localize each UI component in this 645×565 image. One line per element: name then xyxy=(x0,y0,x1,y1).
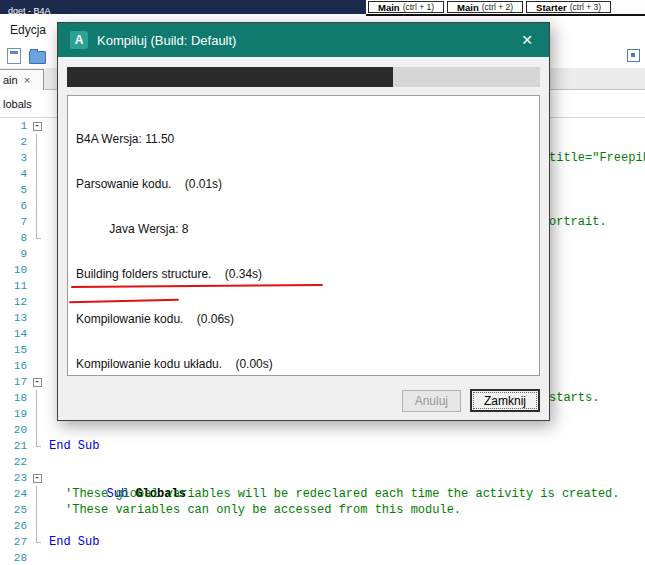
quick-button-label: Main xyxy=(457,2,479,13)
fold-margin xyxy=(30,262,44,278)
line-number: 27 xyxy=(0,536,30,548)
gutter-row: 18 xyxy=(0,390,48,406)
toolbar-right-icon[interactable] xyxy=(627,49,640,62)
line-number: 21 xyxy=(0,440,30,452)
line-number: 4 xyxy=(0,168,30,180)
menu-item-edycja[interactable]: Edycja xyxy=(10,16,46,44)
cancel-button[interactable]: Anuluj xyxy=(402,390,461,412)
gutter-row: 7 xyxy=(0,214,48,230)
tab-label: ain xyxy=(3,74,18,86)
sub-nav-dropdown[interactable]: lobals xyxy=(3,90,32,118)
new-file-icon[interactable] xyxy=(7,48,21,64)
b4a-ide-window: dget - B4A Main (ctrl + 1) Main (ctrl + … xyxy=(0,0,645,565)
progress-fill xyxy=(67,67,393,87)
gutter-row: 16 xyxy=(0,358,48,374)
dialog-close-icon[interactable]: ✕ xyxy=(517,32,537,48)
code-comment-globals-2: 'These variables can only be accessed fr… xyxy=(65,502,461,518)
compile-dialog: A Kompiluj (Build: Default) ✕ B4A Wersja… xyxy=(57,22,550,421)
gutter-row: 3 xyxy=(0,150,48,166)
line-number: 9 xyxy=(0,248,30,260)
line-number: 12 xyxy=(0,296,30,308)
dialog-title: Kompiluj (Build: Default) xyxy=(97,33,236,48)
gutter-row: 21 xyxy=(0,438,48,454)
line-number: 1 xyxy=(0,120,30,132)
line-number: 3 xyxy=(0,152,30,164)
tab-main[interactable]: ain × xyxy=(0,69,44,90)
fold-collapse-icon[interactable]: - xyxy=(33,378,42,387)
fold-margin xyxy=(30,294,44,310)
gutter-row: 24 xyxy=(0,486,48,502)
tab-close-icon[interactable]: × xyxy=(24,74,30,86)
code-comment-starts: starts. xyxy=(549,390,599,406)
compile-log: B4A Wersja: 11.50 Parsowanie kodu. (0.01… xyxy=(67,95,540,376)
log-line: Kompilowanie kodu układu. (0.00s) xyxy=(76,357,531,372)
error-underline-annotation xyxy=(69,299,179,304)
gutter-row: 14 xyxy=(0,326,48,342)
quick-button-shortcut: (ctrl + 3) xyxy=(570,2,601,12)
fold-margin xyxy=(30,310,44,326)
line-number: 24 xyxy=(0,488,30,500)
fold-collapse-icon[interactable]: - xyxy=(33,122,42,131)
fold-line xyxy=(30,214,44,230)
line-number: 10 xyxy=(0,264,30,276)
line-number: 19 xyxy=(0,408,30,420)
line-number: 6 xyxy=(0,200,30,212)
line-number: 8 xyxy=(0,232,30,244)
line-number: 2 xyxy=(0,136,30,148)
close-button[interactable]: Zamknij xyxy=(470,389,540,412)
fold-line xyxy=(30,486,44,502)
fold-line-end xyxy=(30,230,44,246)
line-number: 15 xyxy=(0,344,30,356)
fold-margin: - xyxy=(30,374,44,390)
fold-collapse-icon[interactable]: - xyxy=(33,474,42,483)
line-number: 11 xyxy=(0,280,30,292)
fold-margin: - xyxy=(30,470,44,486)
log-line: Parsowanie kodu. (0.01s) xyxy=(76,177,531,192)
gutter-row: 12 xyxy=(0,294,48,310)
fold-margin xyxy=(30,278,44,294)
code-comment-globals-1: 'These global variables will be redeclar… xyxy=(65,486,620,502)
line-number: 7 xyxy=(0,216,30,228)
line-number: 13 xyxy=(0,312,30,324)
quick-button-shortcut: (ctrl + 1) xyxy=(403,2,434,12)
gutter-row: 17- xyxy=(0,374,48,390)
gutter-row: 9 xyxy=(0,246,48,262)
fold-line xyxy=(30,134,44,150)
gutter-row: 23- xyxy=(0,470,48,486)
quick-button-main-2[interactable]: Main (ctrl + 2) xyxy=(447,1,523,13)
gutter-row: 22 xyxy=(0,454,48,470)
code-end-sub: End Sub xyxy=(49,438,99,454)
log-line: B4A Wersja: 11.50 xyxy=(76,132,531,147)
module-quick-buttons: Main (ctrl + 1) Main (ctrl + 2) Starter … xyxy=(366,0,645,16)
fold-line xyxy=(30,422,44,438)
log-line: Java Wersja: 8 xyxy=(76,222,531,237)
gutter-row: 27 xyxy=(0,534,48,550)
quick-button-starter[interactable]: Starter (ctrl + 3) xyxy=(526,1,611,13)
gutter-row: 28 xyxy=(0,550,48,565)
gutter-row: 20 xyxy=(0,422,48,438)
open-file-icon[interactable] xyxy=(29,51,46,64)
quick-button-shortcut: (ctrl + 2) xyxy=(482,2,513,12)
line-number: 18 xyxy=(0,392,30,404)
fold-margin xyxy=(30,326,44,342)
quick-button-label: Main xyxy=(378,2,400,13)
fold-margin: - xyxy=(30,118,44,134)
fold-margin xyxy=(30,246,44,262)
fold-line xyxy=(30,406,44,422)
fold-line xyxy=(30,182,44,198)
quick-button-main-1[interactable]: Main (ctrl + 1) xyxy=(368,1,444,13)
gutter-row: 13 xyxy=(0,310,48,326)
fold-margin xyxy=(30,342,44,358)
line-number-gutter: 1-234567891011121314151617-181920212223-… xyxy=(0,118,48,565)
gutter-row: 4 xyxy=(0,166,48,182)
line-number: 26 xyxy=(0,520,30,532)
gutter-row: 11 xyxy=(0,278,48,294)
log-line: Building folders structure. (0.34s) xyxy=(76,267,531,282)
dialog-titlebar[interactable]: A Kompiluj (Build: Default) ✕ xyxy=(58,23,549,57)
gutter-row: 10 xyxy=(0,262,48,278)
gutter-row: 1- xyxy=(0,118,48,134)
error-underline-annotation xyxy=(71,284,323,288)
fold-line-end xyxy=(30,534,44,550)
fold-margin xyxy=(30,550,44,565)
line-number: 5 xyxy=(0,184,30,196)
